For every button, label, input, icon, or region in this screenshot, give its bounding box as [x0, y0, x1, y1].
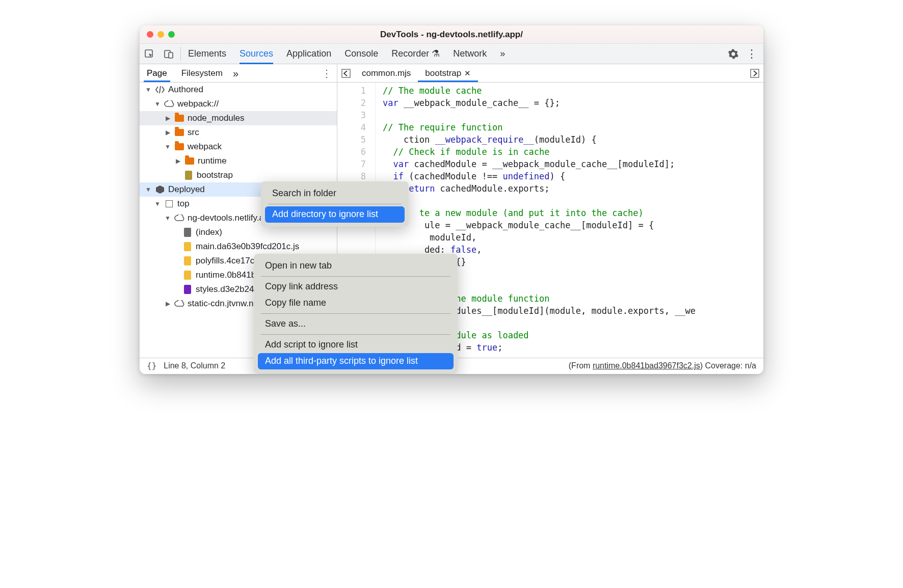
tab-application[interactable]: Application	[286, 44, 331, 64]
tab-recorder[interactable]: Recorder ⚗︎	[391, 44, 440, 64]
device-toggle-icon[interactable]	[159, 44, 178, 64]
svg-rect-3	[342, 69, 350, 77]
package-icon	[155, 184, 165, 195]
ctx-add-dir-ignore[interactable]: Add directory to ignore list	[265, 206, 405, 223]
folder-icon	[174, 113, 184, 123]
status-from-label: (From	[569, 361, 593, 370]
context-menu-separator	[268, 204, 402, 204]
panel-tabs: Elements Sources Application Console Rec…	[183, 44, 722, 64]
frame-icon	[164, 199, 174, 209]
main-toolbar: Elements Sources Application Console Rec…	[140, 44, 763, 64]
context-menu-separator	[261, 276, 450, 277]
cloud-icon	[174, 299, 184, 309]
ctx-search-in-folder[interactable]: Search in folder	[265, 185, 405, 202]
devtools-window: DevTools - ng-devtools.netlify.app/ Elem…	[140, 25, 763, 374]
tab-recorder-label: Recorder	[391, 47, 429, 60]
tree-item-node-modules[interactable]: ▶ node_modules	[140, 111, 337, 125]
settings-gear-icon[interactable]	[728, 48, 739, 60]
editor-tabbar: common.mjs bootstrap ✕	[337, 64, 763, 82]
tree-label: src	[188, 126, 199, 139]
folder-icon	[174, 127, 184, 138]
tree-label: (index)	[196, 226, 222, 238]
context-menu-separator	[261, 334, 450, 335]
status-coverage: ) Coverage: n/a	[700, 361, 756, 370]
sources-body: ▼ Authored ▼ webpack:// ▶ node_modules	[140, 83, 763, 358]
code-icon	[155, 85, 165, 95]
window-title: DevTools - ng-devtools.netlify.app/	[140, 29, 763, 41]
tree-item-webpack-root[interactable]: ▼ webpack://	[140, 97, 337, 111]
tree-item-src[interactable]: ▶ src	[140, 125, 337, 140]
tree-item-runtime-folder[interactable]: ▶ runtime	[140, 154, 337, 168]
tabs-overflow[interactable]: »	[500, 44, 505, 64]
tree-label: Deployed	[168, 183, 205, 196]
close-icon[interactable]: ✕	[464, 68, 471, 78]
tree-label: main.da63e0b39fcd201c.js	[196, 240, 299, 253]
pretty-print-icon[interactable]: {}	[147, 360, 156, 371]
navigator-tab-page[interactable]: Page	[140, 64, 174, 82]
svg-marker-5	[156, 185, 164, 194]
tab-sources[interactable]: Sources	[240, 44, 273, 64]
tree-item-webpack-folder[interactable]: ▼ webpack	[140, 140, 337, 154]
status-source-link[interactable]: runtime.0b841bad3967f3c2.js	[593, 361, 700, 370]
file-tab-label: bootstrap	[425, 67, 461, 79]
tree-label: webpack://	[177, 98, 219, 110]
svg-rect-2	[169, 52, 173, 58]
tree-label: runtime	[198, 155, 227, 167]
tree-item-file[interactable]: (index)	[140, 225, 337, 239]
tree-label: node_modules	[188, 112, 245, 124]
sources-subheader: Page Filesystem » ⋮ common.mjs bootstrap…	[140, 64, 763, 83]
kebab-menu-icon[interactable]: ⋮	[746, 48, 757, 60]
ctx-item[interactable]: Open in new tab	[258, 258, 454, 274]
navigator-tabs: Page Filesystem » ⋮	[140, 64, 337, 82]
file-icon	[182, 284, 193, 295]
file-tab-label: common.mjs	[362, 67, 411, 79]
tree-label: static-cdn.jtvnw.net	[188, 298, 261, 310]
tree-label: top	[177, 198, 190, 210]
tree-label: Authored	[168, 84, 203, 96]
file-icon	[183, 170, 194, 180]
history-fwd-icon[interactable]	[746, 69, 763, 78]
beaker-icon: ⚗︎	[432, 47, 440, 60]
navigator-kebab-icon[interactable]: ⋮	[316, 64, 337, 82]
ctx-item[interactable]: Add all third-party scripts to ignore li…	[258, 353, 454, 369]
file-icon	[182, 227, 193, 237]
titlebar: DevTools - ng-devtools.netlify.app/	[140, 25, 763, 44]
navigator-tab-filesystem[interactable]: Filesystem	[174, 64, 230, 82]
file-tab-common[interactable]: common.mjs	[355, 64, 418, 82]
svg-rect-4	[751, 69, 759, 77]
file-icon	[182, 242, 193, 252]
navigator-tabs-overflow[interactable]: »	[233, 64, 238, 82]
folder-icon	[184, 156, 195, 166]
cloud-icon	[174, 213, 184, 223]
tab-elements[interactable]: Elements	[188, 44, 226, 64]
inspect-element-icon[interactable]	[140, 44, 159, 64]
tree-item-file[interactable]: main.da63e0b39fcd201c.js	[140, 239, 337, 254]
tree-group-authored[interactable]: ▼ Authored	[140, 83, 337, 97]
tab-console[interactable]: Console	[344, 44, 378, 64]
status-right: (From runtime.0b841bad3967f3c2.js) Cover…	[569, 360, 756, 371]
tree-label: bootstrap	[197, 169, 233, 181]
context-menu-folder: Search in folder Add directory to ignore…	[261, 181, 409, 227]
ctx-item[interactable]: Save as...	[258, 316, 454, 332]
tree-item-bootstrap-file[interactable]: bootstrap	[140, 168, 337, 182]
context-menu-separator	[261, 313, 450, 314]
tab-network[interactable]: Network	[453, 44, 487, 64]
file-icon	[182, 256, 193, 266]
history-back-icon[interactable]	[337, 69, 355, 78]
ctx-item[interactable]: Copy file name	[258, 295, 454, 311]
ctx-item[interactable]: Copy link address	[258, 279, 454, 295]
file-tab-bootstrap[interactable]: bootstrap ✕	[418, 64, 478, 82]
cloud-icon	[164, 99, 174, 109]
folder-icon	[174, 142, 184, 152]
tree-label: webpack	[188, 141, 222, 153]
file-icon	[182, 270, 193, 280]
context-menu-file: Open in new tabCopy link addressCopy fil…	[254, 254, 458, 373]
cursor-position: Line 8, Column 2	[164, 360, 225, 371]
ctx-item[interactable]: Add script to ignore list	[258, 337, 454, 353]
